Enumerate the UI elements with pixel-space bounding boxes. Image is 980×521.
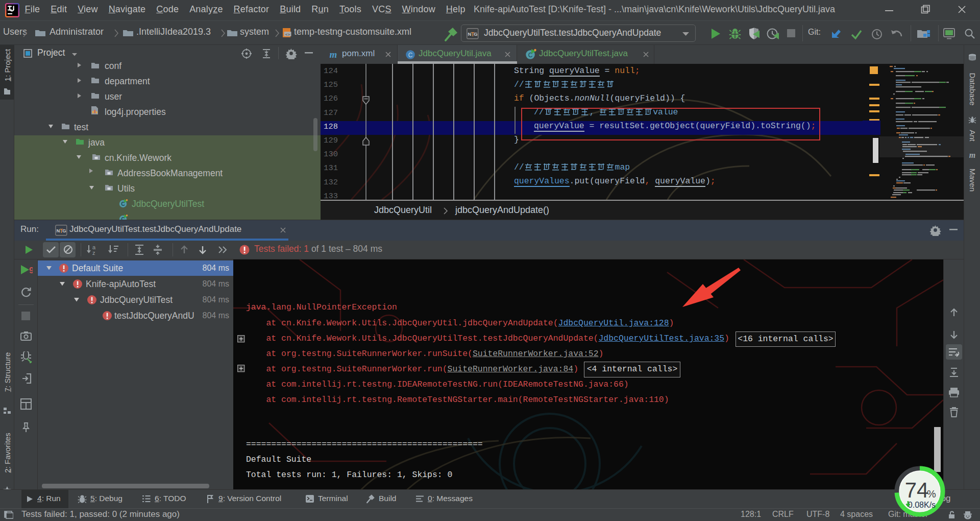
svg-text:G: G — [474, 31, 477, 37]
svg-text:9: 9 — [29, 266, 33, 275]
svg-text:G: G — [62, 228, 66, 233]
svg-text:C: C — [408, 52, 413, 59]
svg-text:m: m — [969, 151, 975, 159]
svg-text:m: m — [330, 49, 337, 60]
svg-text:<>: <> — [285, 32, 290, 37]
svg-text:z: z — [92, 250, 95, 255]
